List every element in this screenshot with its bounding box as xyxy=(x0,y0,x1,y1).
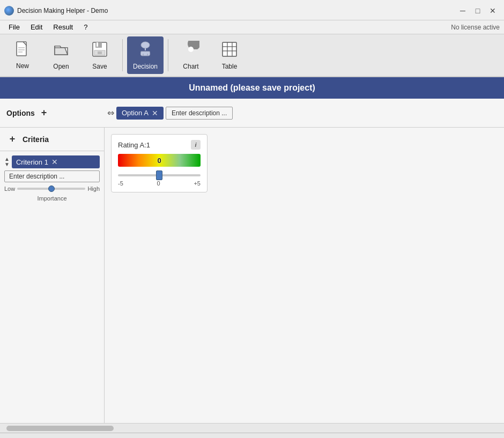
new-icon xyxy=(14,41,31,60)
importance-row: Low High xyxy=(4,182,100,193)
save-icon xyxy=(91,41,108,61)
menu-help[interactable]: ? xyxy=(79,22,92,32)
window-controls: ─ □ ✕ xyxy=(456,5,500,17)
criterion-desc: Enter description ... xyxy=(4,170,100,182)
resize-arrows-icon[interactable]: ⇔ xyxy=(107,108,114,118)
rating-min-label: -5 xyxy=(118,180,123,187)
criteria-list: ▲ ▼ Criterion 1 ✕ Enter description ... … xyxy=(0,151,104,423)
menu-items: File Edit Result ? xyxy=(4,22,92,32)
rating-slider-container xyxy=(118,170,201,178)
license-status: No license active xyxy=(451,24,500,31)
toolbar-table-button[interactable]: Table xyxy=(211,36,248,74)
color-bar: 0 xyxy=(118,154,201,167)
menu-bar: File Edit Result ? No license active xyxy=(0,20,504,34)
right-panel: Rating A:1 i 0 -5 0 +5 xyxy=(105,128,504,423)
criterion-header: ▲ ▼ Criterion 1 ✕ xyxy=(4,155,100,168)
option-tab-label: Option A xyxy=(122,109,149,117)
options-label: Options xyxy=(6,109,35,117)
app-icon xyxy=(4,6,14,16)
rating-title-row: Rating A:1 i xyxy=(118,140,201,150)
toolbar: New Open Save xyxy=(0,34,504,77)
toolbar-save-button[interactable]: Save xyxy=(81,36,118,74)
open-icon xyxy=(53,41,70,61)
importance-slider-container xyxy=(17,184,85,193)
toolbar-open-label: Open xyxy=(53,63,69,70)
title-bar: Decision Making Helper - Demo ─ □ ✕ xyxy=(0,0,504,20)
criterion-tab-label: Criterion 1 xyxy=(16,158,48,166)
rating-labels: -5 0 +5 xyxy=(118,180,201,187)
menu-file[interactable]: File xyxy=(4,22,24,32)
project-title-bar: Unnamed (please save project) xyxy=(0,77,504,99)
toolbar-table-label: Table xyxy=(222,63,238,70)
svg-point-13 xyxy=(188,47,194,52)
svg-rect-5 xyxy=(95,42,102,48)
horizontal-scrollbar-thumb[interactable] xyxy=(6,426,114,431)
window-title: Decision Making Helper - Demo xyxy=(17,7,108,14)
toolbar-chart-button[interactable]: Chart xyxy=(173,36,209,74)
criterion-tab-1[interactable]: Criterion 1 ✕ xyxy=(12,155,100,168)
toolbar-divider-2 xyxy=(168,39,168,71)
status-bar: 1 Criterion for 1 Option xyxy=(0,433,504,438)
importance-slider[interactable] xyxy=(17,188,85,190)
decision-icon xyxy=(137,41,154,61)
left-panel: + Criteria ▲ ▼ Criterion 1 ✕ xyxy=(0,128,105,423)
toolbar-new-button[interactable]: New xyxy=(4,36,41,74)
table-icon xyxy=(221,41,238,61)
toolbar-save-label: Save xyxy=(92,63,107,70)
project-title: Unnamed (please save project) xyxy=(189,83,315,93)
criterion-item: ▲ ▼ Criterion 1 ✕ Enter description ... … xyxy=(4,155,100,202)
close-button[interactable]: ✕ xyxy=(486,5,500,17)
svg-rect-6 xyxy=(97,42,98,47)
content-split: + Criteria ▲ ▼ Criterion 1 ✕ xyxy=(0,128,504,423)
option-tab-a[interactable]: Option A ✕ xyxy=(116,107,164,120)
criterion-description-button[interactable]: Enter description ... xyxy=(4,170,100,182)
toolbar-decision-button[interactable]: Decision xyxy=(127,36,164,74)
importance-low-label: Low xyxy=(4,185,15,192)
importance-high-label: High xyxy=(87,185,100,192)
rating-card: Rating A:1 i 0 -5 0 +5 xyxy=(111,134,207,192)
rating-value-display: 0 xyxy=(157,157,161,165)
toolbar-chart-label: Chart xyxy=(183,63,198,70)
rating-info-button[interactable]: i xyxy=(191,140,201,150)
options-label-area: Options + xyxy=(6,107,103,119)
criteria-header: + Criteria xyxy=(0,128,104,151)
importance-mid-label: Importance xyxy=(37,195,66,202)
option-tab-close-icon[interactable]: ✕ xyxy=(152,109,158,117)
scroll-area[interactable] xyxy=(0,423,504,433)
toolbar-decision-label: Decision xyxy=(133,63,158,70)
criterion-close-icon[interactable]: ✕ xyxy=(51,158,58,166)
option-description-button[interactable]: Enter description ... xyxy=(166,107,233,120)
rating-zero-label: 0 xyxy=(157,180,160,187)
svg-rect-8 xyxy=(98,51,102,54)
options-content: ⇔ Option A ✕ Enter description ... xyxy=(107,107,498,120)
svg-point-9 xyxy=(141,42,150,48)
minimize-button[interactable]: ─ xyxy=(456,5,470,17)
criteria-label: Criteria xyxy=(23,135,49,144)
menu-edit[interactable]: Edit xyxy=(26,22,47,32)
options-row: Options + ⇔ Option A ✕ Enter description… xyxy=(0,99,504,128)
add-criterion-button[interactable]: + xyxy=(6,133,18,145)
maximize-button[interactable]: □ xyxy=(471,5,485,17)
toolbar-open-button[interactable]: Open xyxy=(43,36,79,74)
svg-rect-14 xyxy=(223,42,236,56)
main-area: Options + ⇔ Option A ✕ Enter description… xyxy=(0,99,504,423)
toolbar-divider-1 xyxy=(122,39,123,71)
add-option-button[interactable]: + xyxy=(38,107,50,119)
rating-max-label: +5 xyxy=(194,180,201,187)
rating-slider[interactable] xyxy=(118,174,201,176)
title-bar-left: Decision Making Helper - Demo xyxy=(4,6,108,16)
criterion-move-handle[interactable]: ▲ ▼ xyxy=(4,157,10,167)
toolbar-new-label: New xyxy=(16,62,29,70)
rating-title: Rating A:1 xyxy=(118,141,150,149)
menu-result[interactable]: Result xyxy=(49,22,77,32)
chart-icon xyxy=(182,41,199,61)
